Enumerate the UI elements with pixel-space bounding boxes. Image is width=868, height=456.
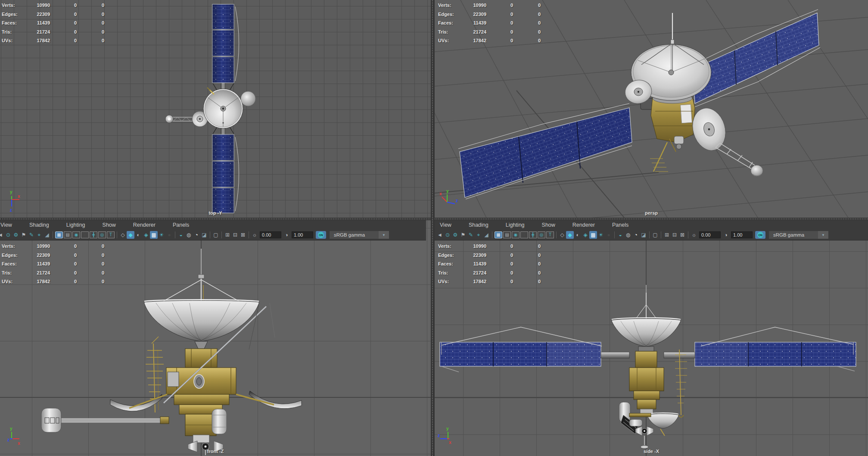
isolate-select-icon[interactable]: ▢ xyxy=(212,231,220,239)
menu-item[interactable]: Shading xyxy=(29,222,49,228)
isolate-select-icon[interactable]: ▢ xyxy=(651,231,659,239)
mask-brush-icon[interactable]: ◢ xyxy=(482,231,490,239)
viewport-persp[interactable]: Verts: 10990 0 0 Edges: 22309 0 0 Faces:… xyxy=(435,0,868,218)
antenna-mast-front xyxy=(160,249,242,303)
gate-mask-icon[interactable]: ● xyxy=(520,231,528,238)
shaded-icon[interactable]: ◆ xyxy=(566,231,574,239)
film-gate-icon[interactable]: ▤ xyxy=(503,231,511,238)
image-plane-remove-icon[interactable]: ⊠ xyxy=(678,231,686,239)
lock-camera-icon[interactable]: ⊙ xyxy=(4,231,12,239)
camera-attributes-icon[interactable]: ⚙ xyxy=(12,231,20,239)
gamma-input[interactable] xyxy=(292,231,313,238)
wireframe-on-shaded-icon[interactable]: ▩ xyxy=(150,231,158,239)
lock-camera-icon[interactable]: ⊙ xyxy=(444,231,451,239)
bookmark-icon[interactable]: ⚑ xyxy=(20,231,28,239)
menu-item[interactable]: Show xyxy=(542,222,555,228)
menu-item[interactable]: View xyxy=(440,222,451,228)
select-camera-icon[interactable]: ◄ xyxy=(0,231,4,239)
gate-mask-icon[interactable]: ● xyxy=(81,231,89,238)
image-plane-icon[interactable]: ⊞ xyxy=(224,231,231,239)
hud-row: UVs: 17842 0 0 xyxy=(2,277,104,286)
image-plane-remove-icon[interactable]: ⊠ xyxy=(239,231,247,239)
menu-item[interactable]: Renderer xyxy=(572,222,595,228)
safe-title-icon[interactable]: T xyxy=(546,231,554,238)
toolbar-separator xyxy=(210,231,210,238)
safe-action-icon[interactable]: ◎ xyxy=(538,231,545,238)
hud-row: Verts: 10990 0 0 xyxy=(2,1,104,10)
front-pane-chrome: ViewShadingLightingShowRendererPanels ◄⊙… xyxy=(0,220,426,240)
image-plane-copy-icon[interactable]: ⊟ xyxy=(231,231,239,239)
hud-row: Faces: 11439 0 0 xyxy=(438,259,541,269)
default-material-icon[interactable]: ◐ xyxy=(134,231,142,239)
wireframe-icon[interactable]: ◇ xyxy=(558,231,566,239)
motion-blur-icon[interactable]: ◍ xyxy=(185,231,193,239)
safe-action-icon[interactable]: ◎ xyxy=(98,231,106,238)
motion-blur-icon[interactable]: ◍ xyxy=(624,231,632,239)
field-chart-icon[interactable]: ╋ xyxy=(90,231,97,238)
shaded-icon[interactable]: ◆ xyxy=(127,231,134,239)
color-management-toggle[interactable]: ON xyxy=(755,231,765,239)
hud-row: Verts: 10990 0 0 xyxy=(438,242,541,251)
select-camera-icon[interactable]: ◄ xyxy=(436,231,444,239)
wireframe-on-shaded-icon[interactable]: ▩ xyxy=(589,231,597,239)
exposure-icon[interactable]: ☼ xyxy=(690,231,698,239)
menu-item[interactable]: Shading xyxy=(469,222,488,228)
shadows-icon[interactable]: ● xyxy=(165,231,173,239)
ssao-icon[interactable]: ◒ xyxy=(177,231,185,239)
textured-icon[interactable]: ◈ xyxy=(142,231,150,239)
wireframe-icon[interactable]: ◇ xyxy=(119,231,127,239)
viewport-top[interactable]: Verts: 10990 0 0 Edges: 22309 0 0 Faces:… xyxy=(0,0,431,218)
image-plane-copy-icon[interactable]: ⊟ xyxy=(671,231,678,239)
camera-attributes-icon[interactable]: ⚙ xyxy=(451,231,459,239)
anti-alias-icon[interactable]: ◔ xyxy=(193,231,200,239)
shadows-icon[interactable]: ● xyxy=(605,231,613,239)
hud-row: Edges: 22309 0 0 xyxy=(2,251,104,260)
pan-zoom-icon[interactable]: ⌖ xyxy=(35,231,43,239)
exposure-icon[interactable]: ☼ xyxy=(251,231,258,239)
colorspace-dropdown[interactable]: sRGB gamma ▼ xyxy=(768,231,829,239)
default-material-icon[interactable]: ◐ xyxy=(574,231,582,239)
gamma-input[interactable] xyxy=(731,231,753,238)
hud-row: Tris: 21724 0 0 xyxy=(2,269,104,278)
field-chart-icon[interactable]: ╋ xyxy=(529,231,537,238)
menu-item[interactable]: Panels xyxy=(173,222,189,228)
grid-icon[interactable]: ▦ xyxy=(495,231,502,238)
image-plane-icon[interactable]: ⊞ xyxy=(663,231,671,239)
svg-text:z: z xyxy=(438,433,440,438)
menu-item[interactable]: View xyxy=(0,222,12,228)
exposure-input[interactable] xyxy=(260,231,281,238)
safe-title-icon[interactable]: T xyxy=(107,231,115,238)
resolution-gate-icon[interactable]: ◉ xyxy=(512,231,520,238)
resolution-gate-icon[interactable]: ◉ xyxy=(72,231,80,238)
viewport-side[interactable]: Verts: 10990 0 0 Edges: 22309 0 0 Faces:… xyxy=(435,220,868,456)
hud-row: Edges: 22309 0 0 xyxy=(2,10,104,19)
hud-row: Verts: 10990 0 0 xyxy=(438,1,541,10)
grease-pencil-icon[interactable]: ✎ xyxy=(28,231,35,239)
depth-of-field-icon[interactable]: ◪ xyxy=(200,231,208,239)
grid-icon[interactable]: ▦ xyxy=(55,231,63,238)
menu-item[interactable]: Lighting xyxy=(66,222,85,228)
pan-zoom-icon[interactable]: ⌖ xyxy=(475,231,482,239)
ssao-icon[interactable]: ◒ xyxy=(616,231,624,239)
colorspace-dropdown[interactable]: sRGB gamma ▼ xyxy=(329,231,389,239)
lights-icon[interactable]: ☀ xyxy=(597,231,605,239)
depth-of-field-icon[interactable]: ◪ xyxy=(640,231,647,239)
viewport-divider-vertical[interactable] xyxy=(431,0,435,456)
menu-item[interactable]: Panels xyxy=(612,222,628,228)
menu-item[interactable]: Lighting xyxy=(506,222,525,228)
bookmark-icon[interactable]: ⚑ xyxy=(459,231,467,239)
textured-icon[interactable]: ◈ xyxy=(582,231,589,239)
contrast-icon[interactable]: ◑ xyxy=(722,231,730,239)
exposure-input[interactable] xyxy=(699,231,721,238)
contrast-icon[interactable]: ◑ xyxy=(283,231,290,239)
poly-count-hud: Verts: 10990 0 0 Edges: 22309 0 0 Faces:… xyxy=(2,1,104,45)
menu-item[interactable]: Show xyxy=(103,222,116,228)
grease-pencil-icon[interactable]: ✎ xyxy=(467,231,475,239)
lights-icon[interactable]: ☀ xyxy=(158,231,165,239)
viewport-front[interactable]: Verts: 10990 0 0 Edges: 22309 0 0 Faces:… xyxy=(0,220,431,456)
menu-item[interactable]: Renderer xyxy=(133,222,156,228)
anti-alias-icon[interactable]: ◔ xyxy=(632,231,640,239)
film-gate-icon[interactable]: ▤ xyxy=(64,231,72,238)
color-management-toggle[interactable]: ON xyxy=(316,231,326,239)
mask-brush-icon[interactable]: ◢ xyxy=(43,231,51,239)
